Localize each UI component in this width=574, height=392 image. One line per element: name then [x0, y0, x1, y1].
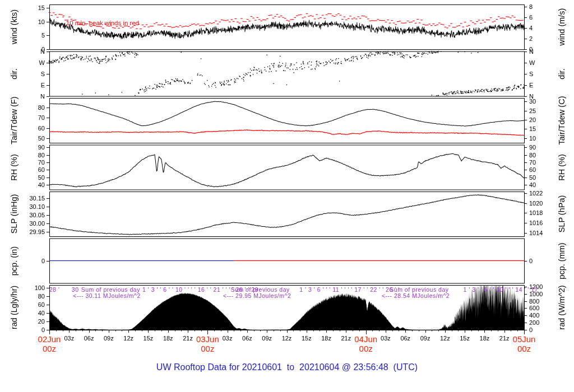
rh-ytick-left: 80: [19, 152, 45, 158]
hour-label: 03z: [217, 335, 238, 342]
rad-ytick-right: 600: [529, 305, 558, 311]
slp-ytick-left: 30.05: [19, 212, 45, 218]
temp-ytick-left: 50: [19, 135, 45, 142]
chart-canvas: [0, 0, 574, 392]
rad-top-ticks: 1 ' 3 ' 6 ' ' ' 11 ' ' ' ' 17 ' ' 22 ' '…: [299, 286, 399, 293]
rad-ytick-left: 40: [19, 310, 45, 316]
slp-ytick-right: 1014: [529, 230, 558, 236]
rad-ytick-left: 60: [19, 301, 45, 308]
rad-sum-annotation-line1: Sum of previous day: [81, 286, 140, 293]
hour-label: 09z: [99, 335, 119, 342]
hour-label: 15z: [297, 335, 317, 342]
hour-label: 12z: [118, 335, 138, 342]
slp-ytick-right: 1016: [529, 220, 558, 226]
slp-ytick-left: 30.00: [19, 220, 45, 227]
day-label-hour: 00z: [31, 344, 67, 353]
wind-ytick-left: 5: [19, 32, 45, 39]
rh-ytick-left: 50: [19, 174, 45, 181]
rad-ytick-right: 0: [529, 326, 558, 333]
hour-label: 15z: [138, 335, 158, 342]
rad-axis-title-left: rad (Lgly/hr): [10, 286, 18, 329]
dir-ytick-left: S: [19, 71, 45, 77]
rad-ytick-right: 800: [529, 298, 558, 305]
dir-ytick-left: N: [19, 48, 45, 55]
temp-ytick-left: 70: [19, 114, 45, 121]
temp-axis-title-left: Tair/Tdew (F): [10, 96, 18, 144]
rad-top-ticks: 30: [72, 286, 79, 293]
rh-ytick-right: 40: [529, 181, 558, 188]
wind-peak-legend-text: 10 min. peak winds in red: [66, 20, 139, 26]
pcp-axis-title-right: pcp. (mm): [557, 242, 566, 279]
rad-top-ticks: 1 ' 3 ' ' 6 ' ' 10 ' ' ' 14 ' ' 17: [464, 286, 538, 293]
dir-ytick-right: S: [529, 71, 558, 77]
day-label-hour: 00z: [506, 344, 542, 353]
hour-label: 09z: [415, 335, 436, 342]
rh-ytick-left: 70: [19, 159, 45, 166]
wind-ytick-left: 10: [19, 18, 45, 25]
temp-ytick-left: 60: [19, 125, 45, 132]
hour-label: 03z: [59, 335, 79, 342]
dir-ytick-right: E: [529, 82, 558, 88]
hour-label: 09z: [257, 335, 277, 342]
hour-label: 15z: [455, 335, 475, 342]
hour-label: 21z: [178, 335, 198, 342]
rh-ytick-right: 50: [529, 174, 558, 181]
rh-ytick-left: 90: [19, 144, 45, 151]
slp-ytick-left: 30.15: [19, 195, 45, 202]
hour-label: 06z: [79, 335, 99, 342]
day-label-hour: 00z: [189, 344, 225, 353]
slp-ytick-right: 1020: [529, 200, 558, 207]
rad-sum-annotation-line2: <--- 30.11 MJoules/m^2: [73, 292, 140, 299]
rad-top-ticks: 28 ': [49, 286, 60, 293]
slp-ytick-left: 30.10: [19, 203, 45, 210]
wind-peak-legend: - 10 min. peak winds in red: [55, 6, 139, 33]
wind-ytick-right: 6: [529, 14, 558, 21]
rad-ytick-left: 100: [19, 284, 45, 291]
slp-axis-title-right: SLP (hPa): [557, 195, 566, 233]
temp-ytick-right: 25: [529, 108, 558, 114]
rad-sum-annotation-line2: <--- 29.95 MJoules/m^2: [223, 292, 291, 299]
hour-label: 06z: [395, 335, 415, 342]
rh-ytick-right: 90: [529, 144, 558, 151]
rad-ytick-right: 400: [529, 312, 558, 319]
day-label-hour: 00z: [348, 344, 384, 353]
temp-axis-title-right: Tair/Tdew (C): [557, 96, 566, 144]
slp-ytick-right: 1022: [529, 190, 558, 197]
temp-ytick-right: 20: [529, 116, 558, 123]
wind-axis-title-right: wind (m/s): [557, 8, 566, 46]
temp-ytick-right: 10: [529, 135, 558, 142]
rh-axis-title-left: RH (%): [10, 154, 18, 181]
rad-sum-annotation-line1: Sum of previous day: [231, 286, 290, 293]
dir-axis-title-left: dir.: [10, 68, 18, 79]
dir-ytick-right: W: [529, 59, 558, 66]
rh-ytick-right: 70: [529, 159, 558, 166]
rad-ytick-left: 20: [19, 318, 45, 325]
rad-sum-annotation-line2: <--- 28.54 MJoules/m^2: [382, 292, 450, 299]
hour-label: 18z: [158, 335, 178, 342]
pcp-axis-title-left: pcp. (in): [10, 246, 18, 275]
pcp-ytick-right: 0: [529, 258, 558, 264]
temp-ytick-left: 80: [19, 104, 45, 111]
rad-ytick-left: 0: [19, 326, 45, 333]
pcp-ytick-left: 0: [19, 258, 45, 264]
rh-ytick-left: 60: [19, 166, 45, 173]
rad-ytick-left: 80: [19, 293, 45, 300]
dir-ytick-left: W: [19, 59, 45, 66]
rh-ytick-right: 80: [529, 152, 558, 158]
hour-label: 21z: [494, 335, 515, 342]
hour-label: 18z: [316, 335, 336, 342]
rad-sum-annotation-line1: Sum of previous day: [390, 286, 448, 293]
dir-axis-title-right: dir.: [557, 68, 566, 79]
weather-multipanel-plot: 05101502468wind (kts)wind (m/s)NESWNNESW…: [0, 0, 574, 392]
dir-ytick-left: N: [19, 93, 45, 100]
temp-ytick-right: 15: [529, 125, 558, 132]
slp-axis-title-left: SLP (inHg): [10, 194, 18, 234]
red-dash-icon: -: [62, 13, 64, 20]
rh-ytick-left: 40: [19, 181, 45, 188]
rad-ytick-right: 200: [529, 319, 558, 326]
rh-ytick-right: 60: [529, 166, 558, 173]
hour-label: 18z: [474, 335, 494, 342]
hour-label: 12z: [435, 335, 455, 342]
hour-label: 06z: [237, 335, 257, 342]
hour-label: 03z: [376, 335, 396, 342]
